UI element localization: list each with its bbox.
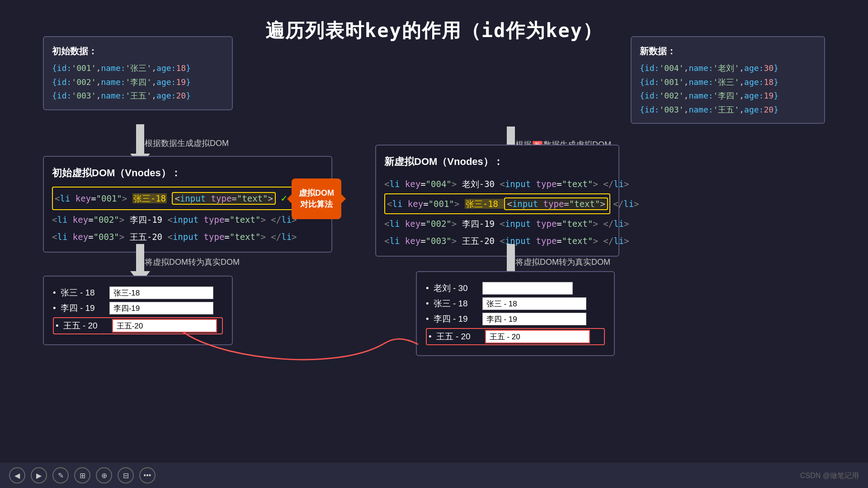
grid-button[interactable]: ⊞ <box>74 467 90 483</box>
right-vdom-row-0: <li key="004"> 老刘-30 <input type="text">… <box>384 175 610 192</box>
left-arrow2-label: 将虚拟DOM转为真实DOM <box>145 257 240 267</box>
left-vdom-title: 初始虚拟DOM（Vnodes）： <box>52 163 323 183</box>
new-data-label: 新数据： <box>640 43 816 59</box>
initial-data-item-2: {id:'003',name:'王五',age:20} <box>52 89 224 103</box>
right-input-2[interactable] <box>482 313 586 325</box>
new-data-item-2: {id:'002',name:'李四',age:19} <box>640 89 816 103</box>
compare-arrow-label: 虚拟DOM对比算法 <box>292 178 341 219</box>
compare-arrow-container: 虚拟DOM对比算法 <box>292 178 341 219</box>
left-input-1[interactable] <box>109 302 213 314</box>
left-real-dom-item-2: • 王五 - 20 <box>53 317 223 334</box>
right-real-dom-item-0: • 老刘 - 30 <box>426 282 605 295</box>
right-vdom-row-3: <li key="003"> 王五-20 <input type="text">… <box>384 232 610 249</box>
left-vdom-row-2: <li key="003"> 王五-20 <input type="text">… <box>52 228 323 245</box>
zoom-in-button[interactable]: ⊕ <box>96 467 112 483</box>
left-arrow1-label: 根据数据生成虚拟DOM <box>145 138 229 149</box>
right-vdom-title: 新虚拟DOM（Vnodes）： <box>384 152 610 172</box>
initial-data-item-0: {id:'001',name:'张三',age:18} <box>52 61 224 75</box>
left-real-dom-item-1: • 李四 - 19 <box>53 302 223 314</box>
right-vdom-row-1: <li key="001"> 张三-18 <input type="text">… <box>384 193 610 214</box>
new-data-box: 新数据： {id:'004',name:'老刘',age:30} {id:'00… <box>631 36 825 124</box>
new-data-item-0: {id:'004',name:'老刘',age:30} <box>640 61 816 75</box>
new-data-item-3: {id:'003',name:'王五',age:20} <box>640 103 816 117</box>
right-input-0 <box>482 282 573 295</box>
left-real-dom-item-0: • 张三 - 18 <box>53 286 223 299</box>
left-input-0[interactable] <box>109 286 213 299</box>
right-vdom-row-2: <li key="002"> 李四-19 <input type="text">… <box>384 215 610 232</box>
right-real-dom-item-3: • 王五 - 20 <box>426 328 605 345</box>
new-data-item-1: {id:'001',name:'张三',age:18} <box>640 75 816 89</box>
right-vdom-box: 新虚拟DOM（Vnodes）： <li key="004"> 老刘-30 <in… <box>375 145 619 257</box>
edit-button[interactable]: ✎ <box>52 467 69 483</box>
prev-button[interactable]: ◀ <box>9 467 25 483</box>
left-real-dom-box: • 张三 - 18 • 李四 - 19 • 王五 - 20 <box>43 276 233 345</box>
right-arrow2-label: 将虚拟DOM转为真实DOM <box>515 257 610 267</box>
right-real-dom-box: • 老刘 - 30 • 张三 - 18 • 李四 - 19 • 王五 - 20 <box>416 271 615 356</box>
slide-container: 遍历列表时key的作用（id作为key） 初始数据： {id:'001',nam… <box>0 0 868 488</box>
left-input-2[interactable] <box>112 319 217 333</box>
more-button[interactable]: ••• <box>139 467 156 483</box>
toolbar: ◀ ▶ ✎ ⊞ ⊕ ⊟ ••• <box>0 463 868 488</box>
next-button[interactable]: ▶ <box>31 467 47 483</box>
zoom-out-button[interactable]: ⊟ <box>118 467 134 483</box>
initial-data-label: 初始数据： <box>52 43 224 59</box>
left-vdom-row-1: <li key="002"> 李四-19 <input type="text">… <box>52 211 323 228</box>
right-real-dom-item-1: • 张三 - 18 <box>426 297 605 310</box>
right-input-1[interactable] <box>482 297 586 310</box>
initial-data-box: 初始数据： {id:'001',name:'张三',age:18} {id:'0… <box>43 36 233 110</box>
initial-data-item-1: {id:'002',name:'李四',age:19} <box>52 75 224 89</box>
right-real-dom-item-2: • 李四 - 19 <box>426 313 605 325</box>
right-input-3[interactable] <box>485 330 590 343</box>
watermark: CSDN @做笔记用 <box>800 471 859 481</box>
